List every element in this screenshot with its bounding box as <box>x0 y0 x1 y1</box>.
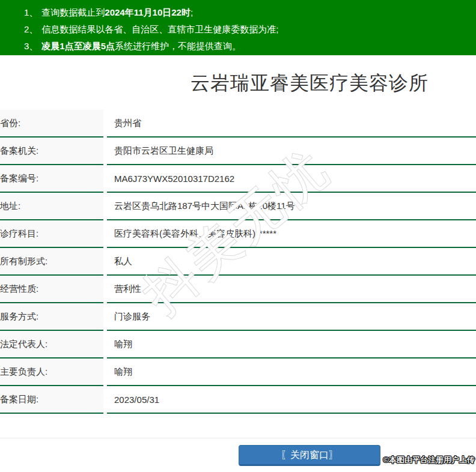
table-row: 地址: 云岩区贵乌北路187号中大国际A1栋20楼11号 <box>0 193 476 220</box>
row-value: 喻翔 <box>107 359 476 386</box>
table-row: 法定代表人: 喻翔 <box>0 331 476 359</box>
notice-text: 查询数据截止到 <box>41 7 105 17</box>
row-value: 2023/05/31 <box>107 386 476 414</box>
photo-credit: ©本图由平台注册用户上传 <box>383 455 475 465</box>
row-label: 诊疗科目: <box>0 220 103 248</box>
row-label: 主要负责人: <box>0 359 103 386</box>
table-row: 所有制形式: 私人 <box>0 248 476 276</box>
row-value: 营利性 <box>107 276 476 303</box>
row-label: 备案编号: <box>0 165 103 193</box>
table-row: 备案机关: 贵阳市云岩区卫生健康局 <box>0 138 476 165</box>
table-row: 服务方式: 门诊服务 <box>0 303 476 331</box>
notice-text-post: 系统进行维护，不能提供查询。 <box>115 41 241 51</box>
table-row: 主要负责人: 喻翔 <box>0 359 476 386</box>
notice-number: 2、 <box>24 24 38 34</box>
page: 1、查询数据截止到2024年11月10日22时; 2、信息数据结果以各省、自治区… <box>0 0 476 466</box>
row-label: 服务方式: <box>0 303 103 331</box>
footer-divider <box>0 438 476 438</box>
notice-line-2: 2、信息数据结果以各省、自治区、直辖市卫生健康委数据为准; <box>24 21 476 38</box>
row-value: 门诊服务 <box>107 303 476 331</box>
notice-number: 1、 <box>24 7 38 17</box>
row-label: 地址: <box>0 193 103 220</box>
row-label: 经营性质: <box>0 276 103 303</box>
viewport: 1、查询数据截止到2024年11月10日22时; 2、信息数据结果以各省、自治区… <box>0 0 476 472</box>
table-row: 诊疗科目: 医疗美容科(美容外科、美容皮肤科)****** <box>0 220 476 248</box>
row-value: 贵州省 <box>107 110 476 138</box>
info-table: 省份: 贵州省 备案机关: 贵阳市云岩区卫生健康局 备案编号: MA6J73YW… <box>0 110 476 414</box>
table-row: 经营性质: 营利性 <box>0 276 476 303</box>
table-row: 备案编号: MA6J73YWX52010317D2162 <box>0 165 476 193</box>
row-label: 备案机关: <box>0 138 103 165</box>
row-value: 医疗美容科(美容外科、美容皮肤科)****** <box>107 220 476 248</box>
row-value: 云岩区贵乌北路187号中大国际A1栋20楼11号 <box>107 193 476 220</box>
notice-line-3: 3、凌晨1点至凌晨5点系统进行维护，不能提供查询。 <box>24 38 476 55</box>
row-label: 备案日期: <box>0 386 103 414</box>
row-value: 贵阳市云岩区卫生健康局 <box>107 138 476 165</box>
row-value: 喻翔 <box>107 331 476 359</box>
notice-bar: 1、查询数据截止到2024年11月10日22时; 2、信息数据结果以各省、自治区… <box>0 0 476 55</box>
notice-text: 信息数据结果以各省、自治区、直辖市卫生健康委数据为准; <box>41 24 278 34</box>
row-label: 法定代表人: <box>0 331 103 359</box>
row-value: MA6J73YWX52010317D2162 <box>107 165 476 193</box>
notice-bold-text: 2024年11月10日22时 <box>105 7 191 17</box>
notice-text-post: ; <box>191 7 193 17</box>
row-label: 省份: <box>0 110 103 138</box>
notice-number: 3、 <box>24 41 38 51</box>
page-title: 云岩瑞亚睿美医疗美容诊所 <box>0 70 476 96</box>
table-row: 备案日期: 2023/05/31 <box>0 386 476 414</box>
notice-line-1: 1、查询数据截止到2024年11月10日22时; <box>24 4 476 21</box>
close-window-button[interactable]: 〖关闭窗口〗 <box>239 445 380 466</box>
table-row: 省份: 贵州省 <box>0 110 476 138</box>
row-label: 所有制形式: <box>0 248 103 276</box>
notice-bold-text: 凌晨1点至凌晨5点 <box>41 41 115 51</box>
row-value: 私人 <box>107 248 476 276</box>
